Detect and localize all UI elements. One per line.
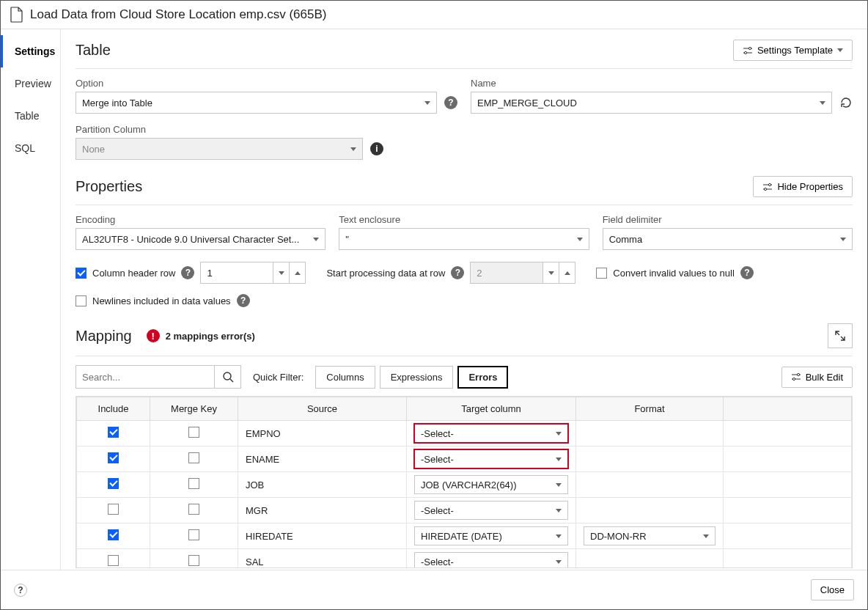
source-cell: MGR: [238, 498, 407, 523]
mapping-table[interactable]: Include Merge Key Source Target column F…: [76, 396, 853, 568]
stepper-up[interactable]: [290, 262, 306, 284]
close-button[interactable]: Close: [811, 579, 854, 600]
svg-point-6: [792, 378, 795, 380]
start-row-stepper: 2: [470, 262, 575, 284]
newlines-label: Newlines included in data values: [92, 295, 231, 306]
expand-button[interactable]: [828, 323, 853, 348]
mapping-error-text: 2 mappings error(s): [166, 331, 255, 342]
include-checkbox[interactable]: [108, 555, 119, 566]
stepper-down[interactable]: [273, 262, 290, 284]
col-format: Format: [576, 397, 724, 421]
svg-point-0: [749, 47, 751, 49]
settings-template-button[interactable]: Settings Template: [733, 40, 853, 61]
partition-select: None: [76, 138, 363, 160]
tab-sql[interactable]: SQL: [1, 132, 60, 164]
mergekey-checkbox[interactable]: [188, 427, 199, 438]
option-select[interactable]: Merge into Table: [76, 92, 437, 114]
mergekey-checkbox[interactable]: [188, 452, 199, 463]
include-checkbox[interactable]: [108, 504, 119, 515]
field-delimiter-select[interactable]: Comma: [603, 228, 853, 250]
text-enclosure-select[interactable]: ": [339, 228, 589, 250]
column-header-row-stepper[interactable]: 1: [200, 262, 306, 284]
bulk-edit-button[interactable]: Bulk Edit: [781, 367, 853, 388]
chevron-down-icon: [820, 101, 825, 105]
name-label: Name: [471, 78, 853, 89]
tab-table[interactable]: Table: [1, 100, 60, 132]
target-select[interactable]: -Select-: [414, 501, 568, 520]
help-icon[interactable]: ?: [740, 266, 754, 279]
encoding-select[interactable]: AL32UTF8 - Unicode 9.0 Universal Charact…: [76, 228, 326, 250]
source-cell: EMPNO: [238, 421, 407, 447]
dialog-title: Load Data from Cloud Store Location emp.…: [30, 7, 326, 22]
tab-settings[interactable]: Settings: [1, 35, 60, 67]
help-icon[interactable]: ?: [181, 266, 194, 279]
chevron-down-icon: [350, 147, 356, 151]
properties-section-title: Properties: [76, 178, 142, 195]
side-tabs: Settings Preview Table SQL: [1, 29, 61, 570]
source-cell: HIREDATE: [238, 523, 407, 549]
quick-filter-label: Quick Filter:: [253, 372, 304, 383]
name-select[interactable]: EMP_MERGE_CLOUD: [471, 92, 832, 114]
target-select[interactable]: JOB (VARCHAR2(64)): [414, 475, 568, 494]
mergekey-checkbox[interactable]: [188, 555, 199, 566]
target-select[interactable]: HIREDATE (DATE): [414, 526, 568, 545]
tab-preview[interactable]: Preview: [1, 67, 60, 100]
search-button[interactable]: [215, 365, 241, 389]
help-icon[interactable]: ?: [237, 294, 250, 307]
include-checkbox[interactable]: [108, 452, 119, 463]
error-icon: !: [147, 329, 160, 342]
sliders-icon: [743, 45, 753, 56]
mergekey-checkbox[interactable]: [188, 529, 199, 540]
start-row-label: Start processing data at row: [326, 268, 445, 279]
table-row: ENAME-Select-: [77, 447, 852, 472]
chevron-down-icon: [313, 238, 319, 241]
info-icon[interactable]: i: [370, 142, 383, 155]
search-icon: [222, 371, 234, 383]
stepper-down: [543, 262, 559, 284]
include-checkbox[interactable]: [108, 529, 119, 540]
help-icon[interactable]: ?: [444, 96, 457, 109]
col-target: Target column: [407, 397, 576, 421]
encoding-label: Encoding: [76, 214, 326, 225]
filter-errors[interactable]: Errors: [457, 366, 508, 389]
dialog-titlebar: Load Data from Cloud Store Location emp.…: [1, 1, 867, 29]
filter-expressions[interactable]: Expressions: [380, 366, 454, 389]
column-header-row-label: Column header row: [92, 268, 175, 279]
search-input[interactable]: [76, 365, 215, 389]
svg-point-4: [224, 372, 231, 380]
option-label: Option: [76, 78, 457, 89]
column-header-row-checkbox[interactable]: [76, 268, 87, 279]
field-delimiter-label: Field delimiter: [603, 214, 853, 225]
chevron-down-icon: [840, 238, 846, 241]
table-row: SAL-Select-: [77, 549, 852, 569]
expand-icon: [835, 331, 845, 341]
svg-point-5: [797, 373, 799, 375]
format-select[interactable]: DD-MON-RR: [584, 526, 716, 545]
source-cell: ENAME: [238, 447, 407, 472]
include-checkbox[interactable]: [108, 427, 119, 438]
table-row: JOBJOB (VARCHAR2(64)): [77, 472, 852, 498]
convert-null-checkbox[interactable]: [596, 268, 607, 279]
svg-point-2: [769, 183, 771, 185]
mergekey-checkbox[interactable]: [188, 478, 199, 489]
col-source: Source: [238, 397, 407, 421]
col-mergekey: Merge Key: [150, 397, 238, 421]
mapping-section-title: Mapping: [76, 328, 132, 345]
mergekey-checkbox[interactable]: [188, 504, 199, 515]
chevron-down-icon: [577, 238, 583, 241]
filter-columns[interactable]: Columns: [315, 366, 375, 389]
target-select[interactable]: -Select-: [414, 449, 568, 468]
newlines-checkbox[interactable]: [76, 295, 87, 306]
help-button[interactable]: ?: [14, 584, 27, 597]
table-section-title: Table: [76, 42, 111, 59]
text-enclosure-label: Text enclosure: [339, 214, 589, 225]
table-row: EMPNO-Select-: [77, 421, 852, 447]
include-checkbox[interactable]: [108, 478, 119, 489]
source-cell: JOB: [238, 472, 407, 498]
target-select[interactable]: -Select-: [414, 424, 568, 443]
target-select[interactable]: -Select-: [414, 552, 568, 568]
refresh-icon[interactable]: [839, 96, 853, 109]
help-icon[interactable]: ?: [451, 266, 464, 279]
stepper-up: [559, 262, 575, 284]
hide-properties-button[interactable]: Hide Properties: [753, 176, 853, 197]
